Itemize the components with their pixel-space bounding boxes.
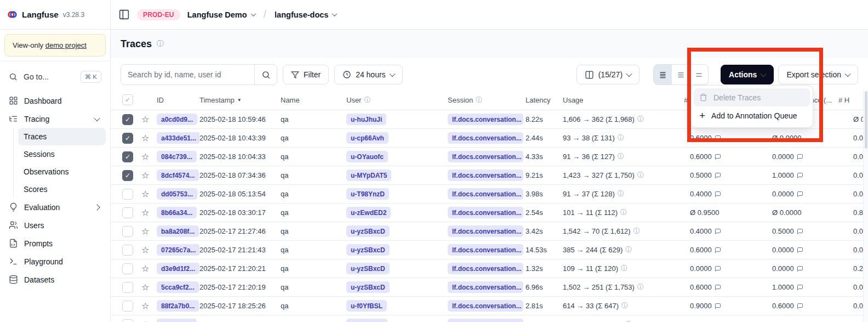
user-badge[interactable]: u-VIZzvwo xyxy=(346,319,387,322)
row-height-large-button[interactable] xyxy=(690,65,708,84)
table-row[interactable]: ✓ ☆ d3e9d1f2... 2025-02-17 21:20:21 qa u… xyxy=(111,259,868,278)
goto-search[interactable]: Go to... ⌘ K xyxy=(4,67,106,86)
user-badge[interactable]: u-MYpDAT5 xyxy=(346,170,391,181)
sidebar-item-observations[interactable]: Observations xyxy=(18,163,106,180)
trace-id-badge[interactable]: 07265c7a... xyxy=(157,244,199,256)
trace-id-badge[interactable]: ba8a208f... xyxy=(157,225,199,237)
row-height-small-button[interactable] xyxy=(654,65,672,84)
star-icon[interactable]: ☆ xyxy=(140,151,149,162)
search-submit-button[interactable] xyxy=(254,65,277,84)
user-badge[interactable]: u-yzSBxcD xyxy=(346,225,390,237)
table-row[interactable]: ✓ ☆ 8b66a34... 2025-02-18 03:30:17 qa u-… xyxy=(111,204,868,222)
sidebar-toggle-icon[interactable] xyxy=(118,9,130,20)
row-checkbox[interactable]: ✓ xyxy=(122,189,133,200)
filter-button[interactable]: Filter xyxy=(283,65,329,84)
header-name[interactable]: Name xyxy=(281,96,346,104)
menu-item-add-to-annotation-queue[interactable]: + Add to Annotation Queue xyxy=(694,106,810,125)
star-icon[interactable]: ☆ xyxy=(140,301,149,311)
actions-button[interactable]: Actions xyxy=(721,65,774,84)
sidebar-item-scores[interactable]: Scores xyxy=(18,180,106,198)
user-badge[interactable]: u-cp66Avh xyxy=(346,132,389,144)
user-badge[interactable]: u-zEwdED2 xyxy=(346,207,391,218)
session-badge[interactable]: lf.docs.conversation... xyxy=(448,319,523,322)
row-checkbox[interactable]: ✓ xyxy=(122,263,133,274)
table-row[interactable]: ✓ ☆ dd05753... 2025-02-18 05:13:54 qa u-… xyxy=(111,185,868,204)
trace-id-badge[interactable]: d3e9d1f2... xyxy=(157,263,199,274)
row-checkbox[interactable]: ✓ xyxy=(122,319,133,322)
trace-id-badge[interactable]: 5cca9cf2... xyxy=(157,281,199,293)
search-input[interactable] xyxy=(121,65,254,84)
session-badge[interactable]: lf.docs.conversation... xyxy=(448,151,523,162)
column-visibility-button[interactable]: (15/27) xyxy=(576,65,639,84)
header-usage[interactable]: Usage xyxy=(561,96,682,104)
user-badge[interactable]: u-OYauofc xyxy=(346,151,388,162)
trace-id-badge[interactable]: 084c739... xyxy=(157,151,197,162)
sidebar-item-sessions[interactable]: Sessions xyxy=(18,145,106,163)
trace-id-badge[interactable]: 88f2a7b0... xyxy=(157,300,199,312)
sidebar-item-traces[interactable]: Traces xyxy=(18,128,106,145)
user-badge[interactable]: u-huJhuJi xyxy=(346,114,386,125)
star-icon[interactable]: ☆ xyxy=(140,133,149,143)
user-badge[interactable]: u-f0YfBSL xyxy=(346,300,387,312)
row-height-medium-button[interactable] xyxy=(672,65,690,84)
row-checkbox[interactable]: ✓ xyxy=(122,226,133,237)
session-badge[interactable]: lf.docs.conversation... xyxy=(448,300,523,312)
sidebar-item-playground[interactable]: Playground xyxy=(4,252,106,270)
vertical-scrollbar[interactable] xyxy=(863,89,868,322)
header-id[interactable]: ID xyxy=(157,96,199,104)
sidebar-item-users[interactable]: Users xyxy=(4,216,106,234)
org-selector[interactable]: Langfuse Demo xyxy=(187,10,255,19)
session-badge[interactable]: lf.docs.conversation... xyxy=(448,132,523,144)
table-row[interactable]: ✓ ☆ 5cca9cf2... 2025-02-17 21:20:19 qa u… xyxy=(111,278,868,297)
select-all-checkbox[interactable]: ✓ xyxy=(122,94,133,105)
session-badge[interactable]: lf.docs.conversation... xyxy=(448,225,523,237)
header-latency[interactable]: Latency xyxy=(523,96,561,104)
header-user[interactable]: Userⓘ xyxy=(346,95,448,105)
scrollbar-thumb[interactable] xyxy=(865,91,867,149)
sidebar-item-datasets[interactable]: Datasets xyxy=(4,270,106,289)
session-badge[interactable]: lf.docs.conversation... xyxy=(448,244,523,256)
row-checkbox[interactable]: ✓ xyxy=(122,301,133,312)
table-row[interactable]: ✓ ☆ 084c739... 2025-02-18 10:04:33 qa u-… xyxy=(111,148,868,166)
table-row[interactable]: ✓ ☆ b669529... 2025-02-17 16:58:45 qa u-… xyxy=(111,315,868,322)
row-checkbox[interactable]: ✓ xyxy=(122,245,133,256)
session-badge[interactable]: lf.docs.conversation... xyxy=(448,170,523,181)
trace-id-badge[interactable]: a0cd0d9... xyxy=(157,114,197,125)
timerange-button[interactable]: 24 hours xyxy=(334,65,402,84)
sidebar-item-tracing[interactable]: Tracing xyxy=(4,110,106,128)
trace-id-badge[interactable]: 8dcf4574... xyxy=(157,170,199,181)
star-icon[interactable]: ☆ xyxy=(140,282,149,292)
header-timestamp[interactable]: Timestamp▼ xyxy=(199,96,281,104)
sidebar-item-prompts[interactable]: Prompts xyxy=(4,234,106,252)
user-badge[interactable]: u-yzSBxcD xyxy=(346,281,390,293)
export-selection-button[interactable]: Export selection xyxy=(778,65,858,84)
table-row[interactable]: ✓ ☆ ba8a208f... 2025-02-17 21:27:46 qa u… xyxy=(111,222,868,241)
session-badge[interactable]: lf.docs.conversation... xyxy=(448,188,523,200)
trace-id-badge[interactable]: dd05753... xyxy=(157,188,197,200)
session-badge[interactable]: lf.docs.conversation... xyxy=(448,281,523,293)
sidebar-item-evaluation[interactable]: Evaluation xyxy=(4,198,106,216)
trace-id-badge[interactable]: b669529... xyxy=(157,319,197,322)
session-badge[interactable]: lf.docs.conversation... xyxy=(448,207,523,218)
table-row[interactable]: ✓ ☆ a433de51... 2025-02-18 10:43:39 qa u… xyxy=(111,129,868,148)
project-selector[interactable]: langfuse-docs xyxy=(275,10,336,19)
trace-id-badge[interactable]: a433de51... xyxy=(157,132,199,144)
star-icon[interactable]: ☆ xyxy=(140,170,149,180)
trace-id-badge[interactable]: 8b66a34... xyxy=(157,207,197,218)
session-badge[interactable]: lf.docs.conversation... xyxy=(448,263,523,274)
user-badge[interactable]: u-T98YnzD xyxy=(346,188,389,200)
star-icon[interactable]: ☆ xyxy=(140,226,149,236)
star-icon[interactable]: ☆ xyxy=(140,319,149,322)
session-badge[interactable]: lf.docs.conversation... xyxy=(448,114,523,125)
menu-item-delete-traces[interactable]: Delete Traces xyxy=(694,88,810,106)
star-icon[interactable]: ☆ xyxy=(140,207,149,218)
user-badge[interactable]: u-yzSBxcD xyxy=(346,263,390,274)
star-icon[interactable]: ☆ xyxy=(140,245,149,255)
row-checkbox[interactable]: ✓ xyxy=(122,282,133,293)
demo-project-link[interactable]: demo project xyxy=(45,41,87,49)
header-session[interactable]: Sessionⓘ xyxy=(448,95,523,105)
star-icon[interactable]: ☆ xyxy=(140,263,149,274)
row-checkbox[interactable]: ✓ xyxy=(122,114,133,125)
row-checkbox[interactable]: ✓ xyxy=(122,133,133,144)
row-checkbox[interactable]: ✓ xyxy=(122,151,133,162)
